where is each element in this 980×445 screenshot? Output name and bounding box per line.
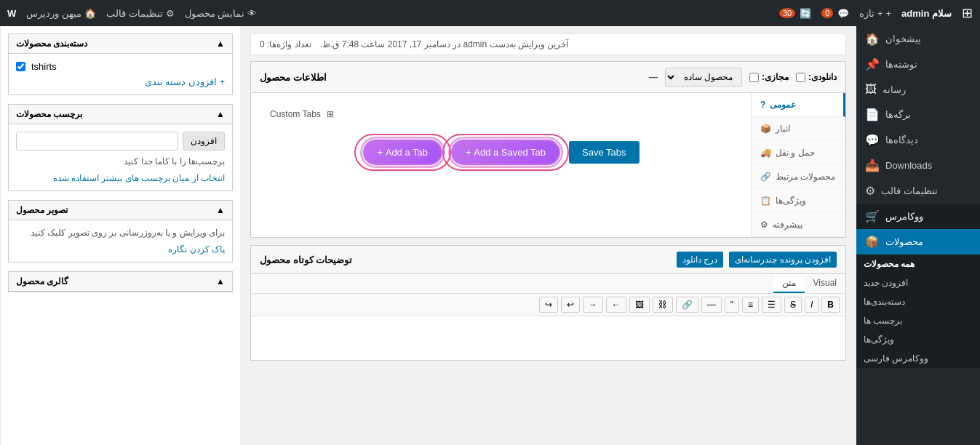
tab-inventory[interactable]: انبار 📦 (752, 117, 845, 141)
tag-input[interactable] (16, 132, 178, 151)
theme-settings-btn[interactable]: ⚙ تنظیمات قالب (106, 8, 175, 19)
tags-section: ▲ برچسب محصولات افزودن برچسب‌ها را با کا… (8, 104, 233, 191)
tags-popular-link[interactable]: انتخاب از میان برچسب های بیشتر استفاده ش… (53, 173, 225, 183)
add-category-link[interactable]: + افزودن دسته بندی (145, 76, 225, 87)
sidebar-label: ووکامرس (885, 211, 923, 222)
advanced-icon: ⚙ (760, 220, 768, 230)
posts-icon: 📌 (865, 57, 880, 71)
tshirts-label: tshirts (31, 61, 57, 72)
sidebar-sub-categories[interactable]: دسته‌بندی‌ها (856, 292, 980, 311)
toolbar-blockquote[interactable]: " (725, 297, 739, 313)
pages-icon: 📄 (865, 108, 880, 121)
my-account-btn[interactable]: 🏠 میهن وردپرس (26, 8, 96, 19)
category-section-header[interactable]: ▲ دسته‌بندی محصولات (9, 34, 232, 54)
toolbar-ol[interactable]: ≡ (742, 297, 759, 313)
tab-linked-products[interactable]: محصولات مرتبط 🔗 (752, 165, 845, 189)
sidebar-item-downloads[interactable]: Downloads 📥 (856, 153, 980, 178)
toolbar-hr[interactable]: — (701, 297, 722, 313)
tags-section-header[interactable]: ▲ برچسب محصولات (9, 105, 232, 124)
product-type-select[interactable]: محصول ساده (665, 68, 742, 87)
clear-image-link[interactable]: پاک کردن نگاره (168, 244, 225, 254)
sidebar-item-dashboard[interactable]: پیشخوان 🏠 (856, 26, 980, 52)
categories-label: دسته‌بندی‌ها (864, 297, 905, 307)
custom-tabs-row: ⊞ Custom Tabs (261, 103, 741, 125)
toolbar-italic[interactable]: I (805, 297, 818, 313)
comments-btn[interactable]: 💬 0 (821, 8, 849, 19)
adminbar-left: 👁 نمایش محصول ⚙ تنظیمات قالب 🏠 میهن وردپ… (7, 8, 257, 19)
virtual-checkbox[interactable] (749, 73, 759, 82)
gallery-section-header[interactable]: ▲ گالری محصول (9, 272, 232, 292)
tag-desc: برچسب‌ها را با کاما جدا کنید (16, 156, 225, 167)
gallery-title: گالری محصول (16, 276, 68, 286)
gallery-section: ▲ گالری محصول (8, 271, 233, 292)
general-icon: ? (760, 100, 765, 110)
toolbar-img[interactable]: 🖼 (629, 297, 650, 313)
product-data-controls: دانلودی: مجازی: محصول ساده — (649, 68, 837, 87)
sidebar-item-woocommerce[interactable]: ووکامرس 🛒 (856, 204, 980, 229)
product-image-header[interactable]: ▲ تصویر محصول (9, 201, 232, 220)
sidebar-item-theme-settings[interactable]: تنظیمات قالب ⚙ (856, 178, 980, 204)
view-site-btn[interactable]: 👁 نمایش محصول (185, 8, 258, 19)
editor-tab-text[interactable]: متن (773, 274, 805, 293)
sidebar-item-posts[interactable]: نوشته‌ها 📌 (856, 52, 980, 77)
wp-icon-btn[interactable]: W (7, 8, 16, 19)
sidebar-sub-woo-persian[interactable]: ووکامرس فارسی (856, 349, 980, 368)
toolbar-strikethrough[interactable]: S (784, 297, 802, 313)
toolbar-undo[interactable]: ↩ (561, 297, 580, 313)
editor-tab-visual[interactable]: Visual (805, 274, 845, 293)
toolbar-ul[interactable]: ☰ (762, 297, 781, 313)
updates-btn[interactable]: 🔄 30 (779, 8, 811, 19)
virtual-checkbox-label: مجازی: (749, 72, 789, 82)
site-name[interactable]: سلام admin (901, 8, 952, 19)
add-saved-tab-button[interactable]: Add a Saved Tab + (451, 140, 560, 165)
sidebar-sub-attributes[interactable]: ویژگی‌ها (856, 330, 980, 349)
eye-icon: 👁 (247, 8, 257, 19)
product-image-desc: برای ویرایش و یا به‌روزرسانی بر روی تصوی… (16, 228, 225, 238)
content-area: آخرین ویرایش به‌دست admin در دسامبر 17, … (0, 26, 856, 445)
plus-icon: + (885, 8, 891, 19)
toolbar-indent-right[interactable]: → (583, 297, 603, 313)
wp-logo-icon[interactable]: ⊞ (962, 5, 973, 21)
tags-title: برچسب محصولات (16, 109, 82, 119)
media-icon: 🖼 (865, 83, 877, 96)
save-tabs-button[interactable]: Save Tabs (569, 141, 639, 164)
tag-input-row: افزودن (16, 132, 225, 151)
download-checkbox-label: دانلودی: (796, 72, 837, 82)
gear-icon: ⚙ (166, 8, 175, 19)
add-new-label: افزودن جدید (864, 278, 908, 288)
sidebar-label: رسانه (883, 84, 906, 95)
editor-content-area[interactable] (251, 316, 845, 360)
sidebar-item-pages[interactable]: برگه‌ها 📄 (856, 102, 980, 127)
editor-toolbar: B I S ☰ ≡ " — 🔗 ⛓ 🖼 ← → ↩ ↪ (251, 294, 845, 316)
toolbar-link[interactable]: 🔗 (676, 297, 698, 313)
download-checkbox[interactable] (796, 73, 805, 82)
toolbar-unlink[interactable]: ⛓ (653, 297, 673, 313)
product-image-section: ▲ تصویر محصول برای ویرایش و یا به‌روزرسا… (8, 200, 233, 262)
new-content-btn[interactable]: + + تازه (859, 8, 891, 19)
toolbar-bold[interactable]: B (821, 297, 840, 313)
woocommerce-icon: 🛒 (865, 209, 880, 223)
add-tag-button[interactable]: افزودن (183, 132, 225, 151)
tab-advanced[interactable]: پیشرفته ⚙ (752, 213, 845, 237)
sidebar-sub-tags[interactable]: برچسب ها (856, 311, 980, 330)
sidebar-label: دیدگاه‌ها (885, 135, 918, 145)
comment-icon: 💬 (837, 8, 849, 19)
sidebar-sub-all-products[interactable]: همه محصولات (856, 254, 980, 273)
toolbar-indent-left[interactable]: ← (606, 297, 626, 313)
sidebar-item-products[interactable]: محصولات 📦 (856, 229, 980, 254)
tshirts-checkbox[interactable] (16, 62, 25, 71)
sidebar-item-comments[interactable]: دیدگاه‌ها 💬 (856, 127, 980, 153)
sidebar-label: نوشته‌ها (885, 59, 917, 70)
sidebar-sub-add-new[interactable]: افزودن جدید (856, 273, 980, 292)
tab-shipping[interactable]: حمل و نقل 🚚 (752, 141, 845, 165)
linked-icon: 🔗 (760, 172, 771, 182)
tab-attributes[interactable]: ویژگی‌ها 📋 (752, 189, 845, 213)
sidebar-item-media[interactable]: رسانه 🖼 (856, 77, 980, 102)
toolbar-redo[interactable]: ↪ (539, 297, 558, 313)
updates-count: 30 (779, 8, 795, 18)
add-tab-button[interactable]: Add a Tab + (363, 140, 443, 165)
tab-general[interactable]: عمومی ? (752, 93, 845, 117)
insert-media-btn[interactable]: افزودن پرونده چندرسانه‌ای (729, 252, 837, 268)
insert-download-btn[interactable]: درج دانلود (677, 252, 723, 268)
main-editor: آخرین ویرایش به‌دست admin در دسامبر 17, … (240, 26, 856, 445)
